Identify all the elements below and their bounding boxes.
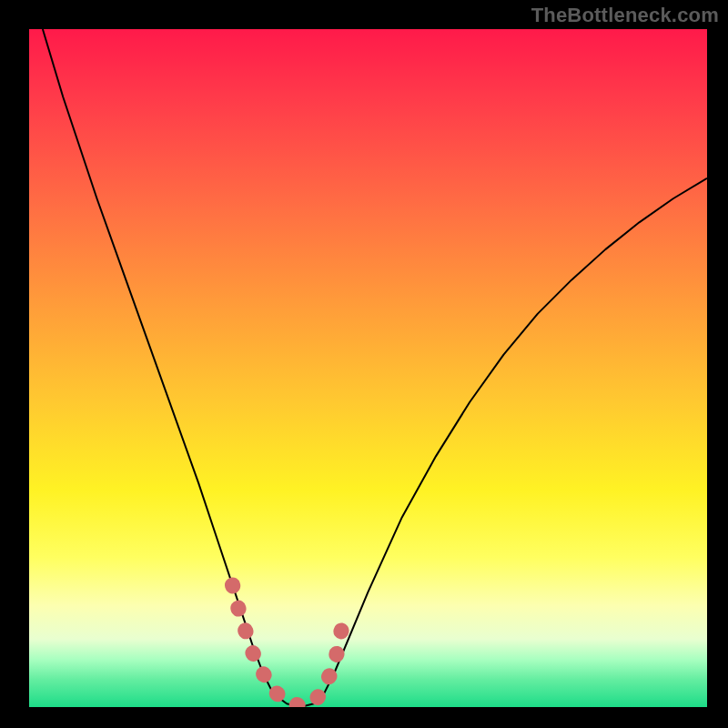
chart-svg <box>29 29 707 707</box>
bottleneck-curve <box>43 29 707 707</box>
watermark-text: TheBottleneck.com <box>531 4 719 27</box>
plot-area <box>29 29 707 707</box>
chart-frame: TheBottleneck.com <box>0 0 728 728</box>
